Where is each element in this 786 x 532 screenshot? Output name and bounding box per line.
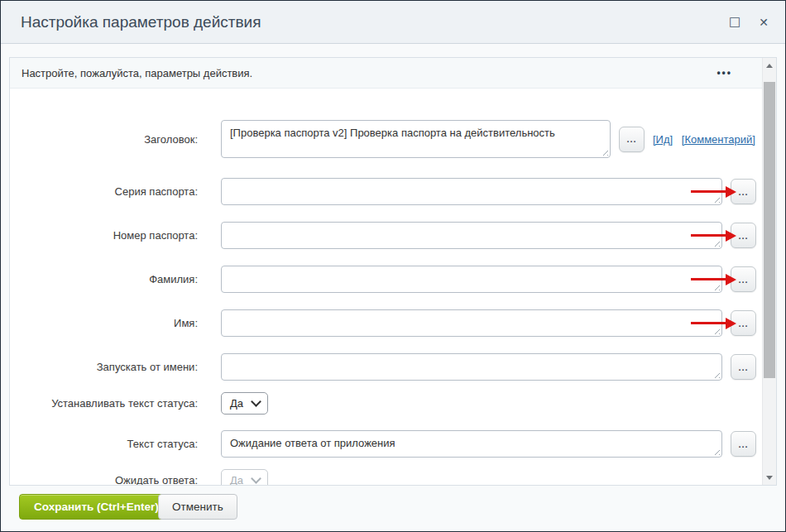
title-input[interactable]: [Проверка паспорта v2] Проверка паспорта…	[221, 120, 611, 158]
chevron-down-icon	[251, 396, 261, 407]
wait-response-select: Да	[221, 469, 268, 485]
passport-number-picker-button[interactable]: ...	[731, 223, 756, 248]
form-row-lastname: Фамилия: ...	[10, 266, 762, 293]
form-row-passport-number: Номер паспорта: ...	[10, 222, 762, 249]
run-as-picker-button[interactable]: ...	[731, 354, 756, 380]
field-label-lastname: Фамилия:	[10, 273, 204, 285]
form-row-wait-response: Ожидать ответа: Да	[10, 469, 762, 485]
parameters-form: Заголовок: [Проверка паспорта v2] Провер…	[10, 89, 762, 485]
status-text-input[interactable]: Ожидание ответа от приложения	[221, 430, 722, 458]
passport-number-input[interactable]	[221, 222, 722, 249]
field-label-firstname: Имя:	[10, 317, 204, 329]
instruction-message: Настройте, пожалуйста, параметры действи…	[22, 67, 252, 79]
form-row-passport-series: Серия паспорта: ...	[10, 178, 762, 205]
field-label-set-status-text: Устанавливать текст статуса:	[10, 397, 204, 410]
field-label-wait-response: Ожидать ответа:	[10, 474, 204, 485]
status-text-picker-button[interactable]: ...	[731, 431, 756, 457]
save-button[interactable]: Сохранить (Ctrl+Enter)	[19, 494, 174, 520]
field-label-passport-series: Серия паспорта:	[10, 185, 204, 198]
passport-series-input[interactable]	[221, 178, 722, 205]
run-as-input[interactable]	[221, 353, 722, 381]
dialog-footer: Сохранить (Ctrl+Enter) Отменить	[1, 486, 785, 531]
lastname-input[interactable]	[221, 266, 722, 293]
scroll-down-icon[interactable]	[763, 471, 776, 484]
firstname-input[interactable]	[221, 309, 722, 337]
form-row-set-status-text: Устанавливать текст статуса: Да	[10, 392, 762, 415]
more-menu-icon[interactable]: •••	[713, 65, 736, 80]
set-status-text-select[interactable]: Да	[221, 392, 268, 415]
field-label-run-as: Запускать от имени:	[10, 361, 204, 373]
scrollbar[interactable]	[762, 58, 776, 485]
dialog-title: Настройка параметров действия	[21, 13, 711, 31]
title-links: [Ид] [Комментарий]	[653, 133, 755, 146]
close-icon[interactable]: ✕	[759, 17, 769, 28]
content-panel: Настройте, пожалуйста, параметры действи…	[9, 57, 777, 486]
field-label-title: Заголовок:	[10, 133, 204, 146]
titlebar: Настройка параметров действия □ ✕	[1, 1, 785, 44]
form-row-title: Заголовок: [Проверка паспорта v2] Провер…	[10, 120, 762, 158]
select-value: Да	[230, 474, 243, 485]
field-label-passport-number: Номер паспорта:	[10, 229, 204, 242]
firstname-picker-button[interactable]: ...	[731, 310, 756, 336]
form-row-run-as: Запускать от имени: ...	[10, 353, 762, 381]
lastname-picker-button[interactable]: ...	[731, 266, 756, 292]
action-settings-dialog: Настройка параметров действия □ ✕ Настро…	[0, 0, 786, 532]
id-link[interactable]: [Ид]	[653, 133, 673, 146]
select-value: Да	[230, 397, 243, 410]
title-picker-button[interactable]: ...	[619, 127, 645, 152]
scroll-up-icon[interactable]	[763, 59, 776, 72]
passport-series-picker-button[interactable]: ...	[731, 179, 756, 204]
cancel-button[interactable]: Отменить	[158, 494, 237, 520]
chevron-down-icon	[251, 473, 261, 484]
panel-header: Настройте, пожалуйста, параметры действи…	[10, 58, 762, 89]
maximize-icon[interactable]: □	[729, 16, 740, 28]
scrollbar-thumb[interactable]	[764, 82, 775, 378]
form-row-firstname: Имя: ...	[10, 309, 762, 337]
field-label-status-text: Текст статуса:	[10, 438, 204, 450]
comment-link[interactable]: [Комментарий]	[682, 133, 755, 146]
form-row-status-text: Текст статуса: Ожидание ответа от прилож…	[10, 430, 762, 458]
